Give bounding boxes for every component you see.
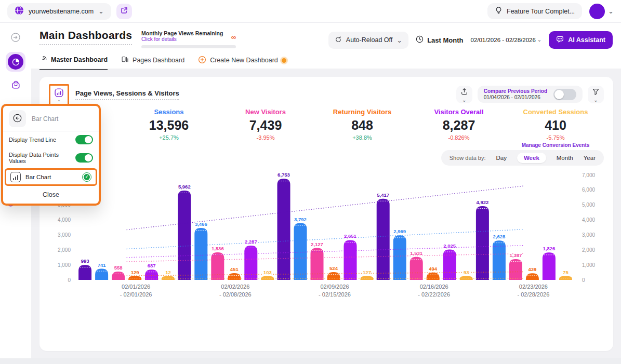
- compare-toggle[interactable]: [553, 89, 576, 100]
- website-selector[interactable]: yourwebsitename.com ⌄: [7, 3, 111, 20]
- svg-text:4,000: 4,000: [582, 217, 595, 223]
- columns-icon: [121, 56, 129, 65]
- clock-icon: [416, 35, 424, 45]
- feature-tour-label: Feature Tour Complet...: [507, 8, 575, 15]
- svg-text:103: 103: [263, 269, 272, 275]
- svg-text:2,651: 2,651: [344, 233, 356, 239]
- lightbulb-icon: [495, 6, 503, 16]
- granularity-day[interactable]: Day: [496, 155, 506, 161]
- svg-text:2,628: 2,628: [493, 234, 506, 239]
- metric-label: Visitors Overall: [411, 108, 507, 116]
- data-points-toggle[interactable]: [75, 153, 93, 163]
- svg-text:1,826: 1,826: [543, 246, 556, 251]
- granularity-year[interactable]: Year: [584, 155, 596, 161]
- plus-circle-icon: [198, 56, 206, 65]
- svg-text:1,387: 1,387: [510, 252, 522, 258]
- metric-label: Sessions: [121, 108, 217, 116]
- bar-chart: 001,0001,0002,0002,0003,0003,0004,0004,0…: [49, 171, 604, 304]
- svg-text:129: 129: [131, 269, 139, 275]
- popup-back-button[interactable]: [9, 110, 26, 127]
- svg-text:1,531: 1,531: [410, 250, 422, 256]
- pageviews-progress-bar: [141, 45, 236, 48]
- chart-type-button[interactable]: [52, 87, 66, 101]
- svg-text:2,969: 2,969: [393, 228, 406, 234]
- chevron-down-icon: ⌄: [397, 37, 402, 44]
- svg-text:2,287: 2,287: [245, 239, 257, 245]
- svg-text:451: 451: [230, 266, 239, 272]
- metric-sessions: Sessions 13,596 +25.7%: [121, 108, 217, 148]
- dashboard-tabs: Master Dashboard Pages Dashboard Create …: [31, 49, 621, 70]
- svg-text:6,753: 6,753: [278, 172, 290, 178]
- ai-assistant-button[interactable]: AI Assistant: [549, 31, 613, 49]
- compare-range: 01/04/2026 - 02/01/2026: [484, 95, 547, 100]
- metric-returning-visitors: Returning Visitors 848 +38.8%: [314, 108, 411, 148]
- popup-close-button[interactable]: Close: [3, 186, 99, 204]
- svg-text:6,000: 6,000: [582, 187, 595, 193]
- svg-text:127: 127: [363, 269, 371, 275]
- filter-button[interactable]: ⌄: [588, 86, 604, 103]
- show-data-by-label: Show data by:: [450, 155, 486, 161]
- data-points-setting: Display Data Points Values: [3, 148, 99, 168]
- granularity-month[interactable]: Month: [557, 155, 573, 161]
- open-website-button[interactable]: [116, 4, 132, 19]
- manage-conversion-events-link[interactable]: Manage Conversion Events: [507, 142, 604, 148]
- metric-value: 848: [314, 118, 411, 133]
- svg-text:02/09/2026- 02/15/2026: 02/09/2026- 02/15/2026: [319, 284, 351, 298]
- feature-tour-button[interactable]: Feature Tour Complet...: [487, 3, 582, 19]
- svg-text:4,922: 4,922: [477, 199, 489, 205]
- auto-reload-label: Auto-Reload Off: [346, 36, 392, 44]
- tab-master-dashboard[interactable]: Master Dashboard: [39, 55, 108, 70]
- sidebar-item-store[interactable]: [6, 76, 25, 96]
- tab-pages-dashboard[interactable]: Pages Dashboard: [121, 55, 184, 70]
- svg-text:75: 75: [563, 269, 569, 275]
- svg-text:93: 93: [464, 269, 469, 275]
- svg-text:741: 741: [98, 262, 107, 268]
- period-label: Last Month: [427, 36, 463, 44]
- option-label: Bar Chart: [25, 174, 77, 180]
- sidebar-item-dashboards[interactable]: [6, 52, 25, 72]
- annotation-box-chart-type: ⌃: [49, 84, 69, 105]
- compare-previous-period[interactable]: Compare Previous Period 01/04/2026 - 02/…: [478, 86, 583, 103]
- svg-text:1,000: 1,000: [582, 262, 595, 268]
- monthly-pageviews-title: Monthly Page Views Remaining: [141, 30, 236, 36]
- chevron-down-icon: ⌄: [608, 8, 614, 15]
- metric-new-visitors: New Visitors 7,439 -3.95%: [217, 108, 314, 148]
- chat-icon: [556, 35, 564, 45]
- metric-value: 8,287: [411, 118, 507, 133]
- metric-delta: +25.7%: [121, 134, 217, 141]
- monthly-pageviews-details-link[interactable]: Click for details: [141, 36, 236, 42]
- svg-text:5,000: 5,000: [582, 202, 595, 208]
- svg-text:439: 439: [528, 266, 536, 272]
- chart-settings-popup: Bar Chart Display Trend Line Display Dat…: [1, 104, 101, 206]
- svg-text:687: 687: [148, 263, 156, 268]
- external-link-icon: [121, 7, 128, 16]
- auto-reload-dropdown[interactable]: Auto-Reload Off ⌄: [328, 32, 408, 49]
- trend-line-toggle[interactable]: [75, 135, 93, 144]
- tab-create-new-dashboard[interactable]: Create New Dashboard: [198, 55, 286, 70]
- metric-delta: -3.95%: [217, 134, 314, 141]
- ai-assistant-label: AI Assistant: [568, 36, 605, 44]
- export-button[interactable]: ⌄: [456, 86, 472, 103]
- filter-icon: [592, 88, 600, 98]
- metric-converted-sessions: Converted Sessions 410 -5.75% Manage Con…: [507, 108, 604, 148]
- chart-type-option-bar[interactable]: Bar Chart ✓: [5, 168, 97, 186]
- date-range-value: 02/01/2026 - 02/28/2026: [470, 37, 535, 43]
- notification-dot: [282, 58, 286, 63]
- infinity-badge: ∞: [231, 33, 236, 41]
- circle-arrow-right-icon: [10, 32, 21, 44]
- tab-label: Master Dashboard: [51, 56, 108, 63]
- svg-text:7,000: 7,000: [582, 172, 595, 178]
- export-icon: [460, 88, 468, 98]
- svg-text:2,025: 2,025: [443, 243, 456, 249]
- metric-label: New Visitors: [217, 108, 314, 116]
- chevron-down-icon: ⌄: [462, 98, 466, 103]
- user-menu[interactable]: ⌄: [589, 4, 614, 19]
- sidebar-collapse-button[interactable]: [6, 28, 25, 48]
- svg-text:3,466: 3,466: [195, 221, 207, 227]
- svg-text:2,127: 2,127: [311, 241, 323, 247]
- date-range-selector[interactable]: 02/01/2026 - 02/28/2026 ⌄: [470, 37, 541, 43]
- svg-text:02/02/2026- 02/08/2026: 02/02/2026- 02/08/2026: [219, 284, 252, 298]
- metric-visitors-overall: Visitors Overall 8,287 -0.826%: [411, 108, 507, 148]
- granularity-week[interactable]: Week: [517, 153, 546, 163]
- svg-text:02/01/2026- 02/01/2026: 02/01/2026- 02/01/2026: [120, 284, 152, 298]
